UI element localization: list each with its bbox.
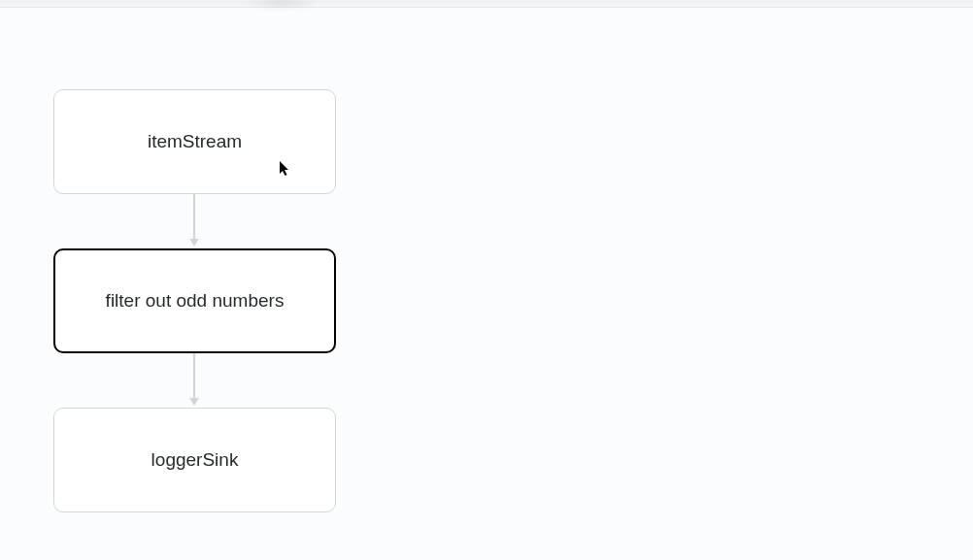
connector-source-filter	[193, 194, 195, 239]
connector-filter-sink	[193, 353, 195, 398]
node-label: loggerSink	[151, 449, 239, 471]
arrow-head-icon	[189, 398, 199, 406]
arrow-head-icon	[189, 239, 199, 247]
node-item-stream[interactable]: itemStream	[53, 89, 336, 194]
node-logger-sink[interactable]: loggerSink	[53, 408, 336, 512]
node-label: itemStream	[148, 131, 242, 152]
node-filter-odd[interactable]: filter out odd numbers	[53, 248, 336, 353]
diagram-canvas[interactable]: itemStream filter out odd numbers logger…	[0, 0, 973, 560]
node-label: filter out odd numbers	[106, 290, 285, 312]
